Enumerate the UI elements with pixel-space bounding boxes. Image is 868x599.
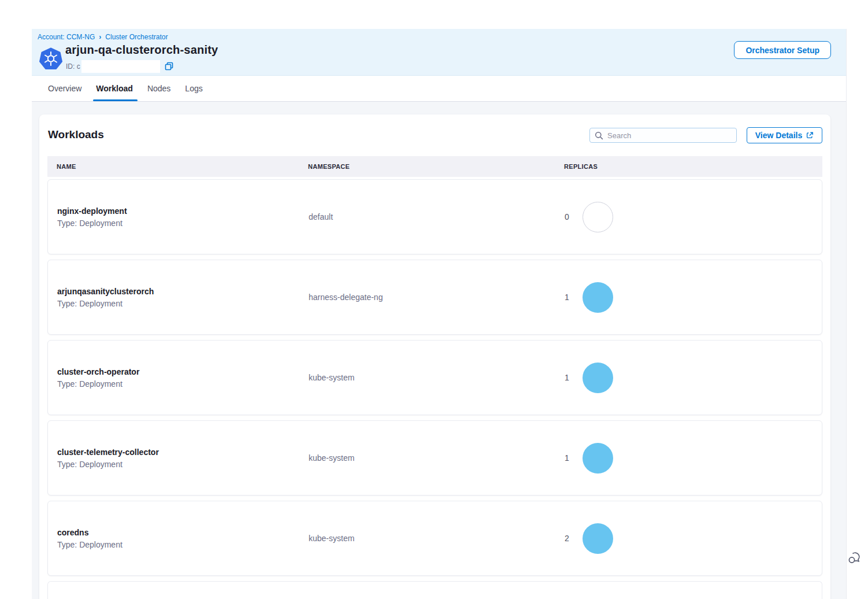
replica-circle [583, 443, 613, 474]
workloads-card: Workloads View Details NAME NAMESPACE [39, 114, 830, 599]
workload-type: Type: Deployment [57, 540, 309, 549]
workload-namespace: kube-system [309, 453, 354, 463]
workload-type: Type: Deployment [57, 299, 309, 308]
table-row[interactable]: nginx-deployment Type: Deployment defaul… [47, 179, 822, 254]
workloads-title: Workloads [48, 128, 104, 141]
replica-count: 2 [565, 534, 569, 543]
workload-name: cluster-orch-operator [57, 367, 309, 376]
cluster-id-row: ID: c [66, 60, 174, 73]
cluster-id-redaction [81, 60, 160, 73]
workload-name: coredns [57, 528, 309, 537]
page-title: arjun-qa-clusterorch-sanity [65, 43, 218, 57]
workload-namespace: kube-system [309, 373, 354, 382]
content-area: Workloads View Details NAME NAMESPACE [32, 102, 846, 599]
breadcrumb: Account: CCM-NG › Cluster Orchestrator [38, 33, 168, 41]
workloads-table-body: nginx-deployment Type: Deployment defaul… [47, 179, 822, 599]
workloads-table-header: NAME NAMESPACE REPLICAS [47, 156, 822, 177]
content-right-divider [846, 29, 847, 599]
breadcrumb-current-link[interactable]: Cluster Orchestrator [105, 33, 168, 41]
workload-namespace: harness-delegate-ng [309, 293, 383, 302]
tab-nodes[interactable]: Nodes [147, 76, 170, 101]
chat-bubbles-icon[interactable] [847, 550, 862, 565]
cluster-orchestrator-page: Account: CCM-NG › Cluster Orchestrator a… [0, 0, 868, 599]
replica-count: 0 [565, 212, 569, 221]
table-row[interactable]: cluster-telemetry-collector Type: Deploy… [47, 420, 822, 496]
view-details-button[interactable]: View Details [747, 127, 822, 143]
replica-circle [583, 282, 613, 313]
replica-count: 1 [565, 293, 569, 302]
kubernetes-icon [39, 47, 62, 71]
replica-circle [583, 523, 613, 554]
breadcrumb-account-link[interactable]: Account: CCM-NG [38, 33, 95, 41]
workload-name: arjunqasanityclusterorch [57, 287, 309, 296]
cluster-id-label: ID: c [66, 62, 80, 71]
search-input[interactable] [607, 131, 723, 140]
tab-overview[interactable]: Overview [48, 76, 81, 101]
workload-name: nginx-deployment [57, 206, 309, 216]
table-row-partial[interactable] [47, 581, 822, 599]
replica-circle [583, 202, 613, 232]
tab-bar: Overview Workload Nodes Logs [32, 76, 846, 102]
workload-namespace: kube-system [309, 534, 354, 543]
external-link-icon [806, 131, 814, 139]
replica-circle [583, 363, 613, 393]
workload-name: cluster-telemetry-collector [57, 448, 309, 457]
chevron-right-icon: › [99, 33, 101, 41]
table-row[interactable]: coredns Type: Deployment kube-system 2 [47, 501, 822, 576]
search-icon [595, 131, 603, 140]
tab-logs[interactable]: Logs [185, 76, 202, 101]
replica-count: 1 [565, 373, 569, 382]
workload-type: Type: Deployment [57, 460, 309, 469]
workload-type: Type: Deployment [57, 379, 309, 389]
view-details-label: View Details [755, 131, 802, 140]
table-row[interactable]: arjunqasanityclusterorch Type: Deploymen… [47, 260, 822, 335]
column-header-name: NAME [47, 163, 308, 170]
copy-icon[interactable] [165, 62, 174, 71]
page-header: Account: CCM-NG › Cluster Orchestrator a… [32, 29, 846, 76]
table-row[interactable]: cluster-orch-operator Type: Deployment k… [47, 340, 822, 415]
orchestrator-setup-button[interactable]: Orchestrator Setup [734, 41, 831, 59]
workload-namespace: default [309, 212, 333, 221]
replica-count: 1 [565, 453, 569, 463]
workload-search[interactable] [589, 128, 737, 143]
tab-workload[interactable]: Workload [96, 76, 133, 101]
column-header-replicas: REPLICAS [555, 163, 822, 170]
column-header-namespace: NAMESPACE [308, 163, 555, 170]
workload-type: Type: Deployment [57, 219, 309, 228]
